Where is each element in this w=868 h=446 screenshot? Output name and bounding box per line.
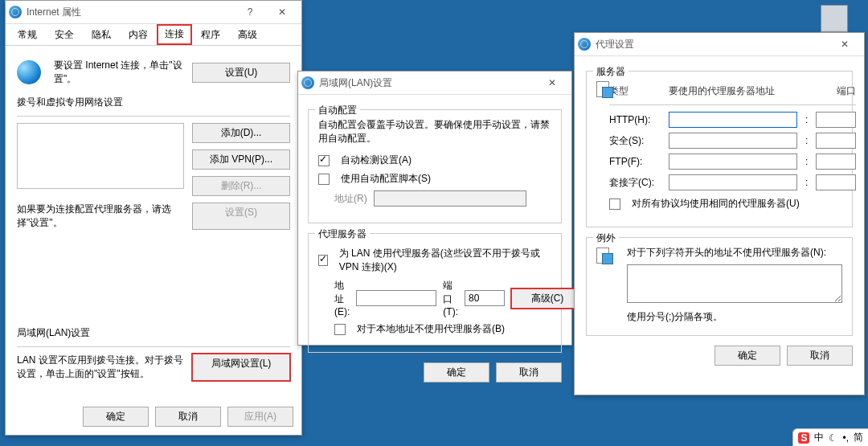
http-address-input[interactable] — [669, 112, 797, 128]
tab-connections[interactable]: 连接 — [157, 24, 192, 45]
exceptions-group: 例外 对于下列字符开头的地址不使用代理服务器(N): 使用分号(;)分隔各项。 — [586, 237, 853, 336]
ftp-port-input[interactable] — [816, 153, 856, 170]
internet-properties-window: Internet 属性 ? ✕ 常规 安全 隐私 内容 连接 程序 高级 要设置… — [5, 0, 302, 436]
cancel-button[interactable]: 取消 — [496, 362, 562, 383]
cancel-button[interactable]: 取消 — [787, 346, 853, 366]
close-button[interactable]: ✕ — [266, 6, 298, 18]
auto-config-label: 自动配置 — [315, 104, 360, 117]
close-button[interactable]: ✕ — [536, 77, 568, 88]
add-button[interactable]: 添加(D)... — [192, 123, 290, 143]
remove-button[interactable]: 删除(R)... — [192, 176, 290, 196]
address-header: 要使用的代理服务器地址 — [669, 84, 817, 98]
ime-mode: 中 — [814, 431, 824, 444]
window-title: 代理设置 — [596, 38, 634, 51]
ftp-address-input[interactable] — [669, 153, 797, 170]
ftp-label: FTP(F): — [609, 156, 662, 167]
globe-large-icon — [17, 60, 41, 84]
proxy-address-input[interactable] — [356, 290, 436, 306]
setup-button[interactable]: 设置(U) — [192, 63, 290, 83]
help-button[interactable]: ? — [234, 6, 266, 18]
auto-detect-checkbox[interactable] — [318, 155, 330, 166]
auto-script-label: 使用自动配置脚本(S) — [341, 172, 431, 186]
tab-content[interactable]: 内容 — [120, 24, 157, 45]
proxy-note: 如果要为连接配置代理服务器，请选择"设置"。 — [17, 203, 184, 230]
connections-listbox[interactable] — [17, 123, 184, 189]
http-port-input[interactable] — [816, 112, 856, 128]
script-address-label: 地址(R) — [334, 192, 367, 206]
server-group: 服务器 类型 要使用的代理服务器地址 端口 HTTP(H): : — [586, 71, 853, 227]
socks-label: 套接字(C): — [609, 176, 662, 190]
use-proxy-label: 为 LAN 使用代理服务器(这些设置不用于拨号或 VPN 连接)(X) — [339, 247, 551, 274]
ok-button[interactable]: 确定 — [424, 362, 489, 383]
lan-heading: 局域网(LAN)设置 — [17, 326, 290, 340]
settings-s-button[interactable]: 设置(S) — [192, 203, 290, 230]
globe-icon — [578, 38, 591, 51]
auto-detect-label: 自动检测设置(A) — [341, 153, 411, 167]
titlebar: 代理设置 ✕ — [575, 33, 864, 56]
dialup-heading: 拨号和虚拟专用网络设置 — [17, 96, 290, 109]
proxy-address-label: 地址(E): — [334, 279, 350, 317]
ime-sep: 简 — [854, 431, 863, 444]
bypass-local-checkbox[interactable] — [334, 324, 346, 335]
tab-programs[interactable]: 程序 — [192, 24, 229, 45]
socks-address-input[interactable] — [669, 174, 797, 190]
ime-s-icon: S — [798, 432, 809, 444]
tab-privacy[interactable]: 隐私 — [83, 24, 120, 45]
proxy-port-input[interactable] — [465, 290, 505, 306]
secure-label: 安全(S): — [609, 134, 662, 148]
exceptions-hint: 使用分号(;)分隔各项。 — [627, 310, 842, 324]
globe-icon — [9, 6, 22, 18]
use-proxy-checkbox[interactable] — [318, 255, 328, 266]
auto-script-checkbox[interactable] — [318, 174, 330, 185]
connection-text: 要设置 Internet 连接，单击"设置"。 — [54, 59, 186, 86]
secure-address-input[interactable] — [669, 133, 797, 149]
ok-button[interactable]: 确定 — [83, 407, 149, 427]
same-proxy-checkbox[interactable] — [609, 198, 620, 210]
proxy-settings-window: 代理设置 ✕ 服务器 类型 要使用的代理服务器地址 端口 — [574, 32, 865, 395]
globe-icon — [301, 76, 314, 89]
exceptions-heading: 例外 — [593, 231, 619, 245]
window-title: Internet 属性 — [27, 6, 81, 19]
proxy-group: 代理服务器 为 LAN 使用代理服务器(这些设置不用于拨号或 VPN 连接)(X… — [308, 233, 562, 353]
auto-config-group: 自动配置 自动配置会覆盖手动设置。要确保使用手动设置，请禁用自动配置。 自动检测… — [308, 109, 562, 223]
exceptions-text: 对于下列字符开头的地址不使用代理服务器(N): — [627, 246, 842, 260]
window-title: 局域网(LAN)设置 — [319, 76, 392, 90]
titlebar: Internet 属性 ? ✕ — [6, 1, 301, 24]
advanced-button[interactable]: 高级(C) — [511, 288, 583, 309]
lan-settings-button[interactable]: 局域网设置(L) — [192, 354, 290, 381]
type-header: 类型 — [609, 84, 662, 98]
script-address-input[interactable] — [374, 190, 526, 207]
tab-advanced[interactable]: 高级 — [229, 24, 266, 45]
lan-note: LAN 设置不应用到拨号连接。对于拨号设置，单击上面的"设置"按钮。 — [17, 354, 184, 381]
proxy-port-label: 端口(T): — [443, 279, 458, 317]
http-label: HTTP(H): — [609, 114, 662, 125]
tab-security[interactable]: 安全 — [46, 24, 83, 45]
socks-port-input[interactable] — [816, 174, 856, 190]
lan-settings-window: 局域网(LAN)设置 ✕ 自动配置 自动配置会覆盖手动设置。要确保使用手动设置，… — [297, 71, 572, 346]
add-vpn-button[interactable]: 添加 VPN(P)... — [192, 149, 290, 170]
titlebar: 局域网(LAN)设置 ✕ — [298, 72, 571, 95]
port-header: 端口 — [824, 84, 856, 98]
server-heading: 服务器 — [593, 65, 628, 79]
same-proxy-label: 对所有协议均使用相同的代理服务器(U) — [632, 197, 800, 211]
ok-button[interactable]: 确定 — [714, 346, 780, 366]
secure-port-input[interactable] — [816, 133, 856, 149]
cancel-button[interactable]: 取消 — [155, 407, 221, 427]
tab-strip: 常规 安全 隐私 内容 连接 程序 高级 — [6, 24, 301, 46]
apply-button[interactable]: 应用(A) — [227, 407, 293, 427]
bypass-local-label: 对于本地地址不使用代理服务器(B) — [357, 322, 505, 336]
moon-icon: ☾ — [829, 432, 837, 444]
ime-indicator[interactable]: S 中 ☾ •, 简 — [792, 428, 868, 446]
exceptions-icon — [596, 246, 614, 264]
auto-config-note: 自动配置会覆盖手动设置。要确保使用手动设置，请禁用自动配置。 — [318, 118, 551, 145]
exceptions-textarea[interactable] — [627, 264, 842, 303]
proxy-group-label: 代理服务器 — [315, 227, 370, 241]
tab-general[interactable]: 常规 — [9, 24, 46, 45]
close-button[interactable]: ✕ — [829, 39, 861, 50]
